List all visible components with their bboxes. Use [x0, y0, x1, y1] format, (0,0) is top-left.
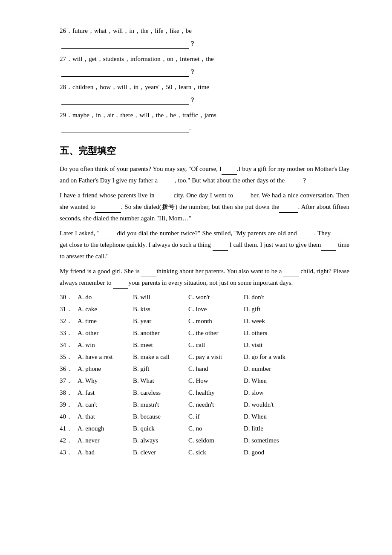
- mc-31-d[interactable]: D. gift: [244, 304, 299, 314]
- mc-30-a[interactable]: A. do: [78, 292, 133, 302]
- mc-30-c[interactable]: C. won't: [188, 292, 244, 302]
- question-29-blank: .: [60, 123, 349, 133]
- mc-43-c[interactable]: C. sick: [188, 447, 244, 457]
- mc-34-d[interactable]: D. visit: [244, 340, 299, 350]
- mc-30-b[interactable]: B. will: [133, 292, 188, 302]
- mc-32-d[interactable]: D. week: [244, 316, 299, 326]
- blank-38[interactable]: [299, 239, 314, 239]
- mc-39-num: 39．: [60, 399, 78, 410]
- mc-38-c[interactable]: C. healthy: [188, 387, 244, 398]
- q29-blank[interactable]: [61, 133, 189, 133]
- mc-40-b[interactable]: B. because: [133, 411, 188, 422]
- mc-33-a[interactable]: A. other: [78, 328, 133, 338]
- question-28: 28．children，how，will，in，years'，50，learn，…: [60, 82, 349, 92]
- mc-37-a[interactable]: A. Why: [78, 376, 133, 386]
- mc-31-a[interactable]: A. cake: [78, 304, 133, 314]
- mc-43-b[interactable]: B. clever: [133, 447, 188, 457]
- p2-text1: I have a friend whose parents live in: [60, 192, 156, 199]
- q27-punct: ？: [189, 66, 196, 77]
- mc-37-b[interactable]: B. What: [133, 376, 188, 386]
- blank-36[interactable]: [279, 212, 298, 213]
- mc-39-a[interactable]: A. can't: [78, 399, 133, 410]
- mc-41-d[interactable]: D. little: [244, 423, 299, 434]
- blank-30[interactable]: [222, 174, 237, 175]
- mc-34-a[interactable]: A. win: [78, 340, 133, 350]
- blank-41[interactable]: [321, 250, 336, 251]
- mc-38-a[interactable]: A. fast: [78, 387, 133, 398]
- mc-41-b[interactable]: B. quick: [133, 423, 188, 434]
- p1-text3: , too." But what about the other days of…: [175, 177, 286, 184]
- blank-35[interactable]: [95, 212, 121, 213]
- mc-32-c[interactable]: C. month: [188, 316, 244, 326]
- mc-39-b[interactable]: B. mustn't: [133, 399, 188, 410]
- question-26: 26．future，what，will，in，the，life，like，be: [60, 26, 349, 36]
- blank-33[interactable]: [156, 201, 172, 201]
- mc-row-35: 35． A. have a rest B. make a call C. pay…: [60, 352, 349, 362]
- mc-34-c[interactable]: C. call: [188, 340, 244, 350]
- q28-punct: ？: [189, 95, 196, 105]
- mc-38-d[interactable]: D. slow: [244, 387, 299, 398]
- reorder-section: 26．future，what，will，in，the，life，like，be …: [60, 26, 349, 133]
- mc-34-num: 34．: [60, 340, 78, 350]
- mc-32-a[interactable]: A. time: [78, 316, 133, 326]
- p3-text2: did you dial the number twice?" She smil…: [115, 230, 299, 237]
- mc-39-c[interactable]: C. needn't: [188, 399, 244, 410]
- blank-42[interactable]: [141, 277, 156, 277]
- mc-36-b[interactable]: B. gift: [133, 364, 188, 374]
- mc-34-b[interactable]: B. meet: [133, 340, 188, 350]
- q28-blank[interactable]: [61, 104, 189, 105]
- mc-43-a[interactable]: A. bad: [78, 447, 133, 457]
- mc-38-b[interactable]: B. careless: [133, 387, 188, 398]
- mc-33-b[interactable]: B. another: [133, 328, 188, 338]
- mc-40-c[interactable]: C. if: [188, 411, 244, 422]
- mc-35-a[interactable]: A. have a rest: [78, 352, 133, 362]
- mc-33-c[interactable]: C. the other: [188, 328, 244, 338]
- mc-31-b[interactable]: B. kiss: [133, 304, 188, 314]
- p4-text2: thinking about her parents. You also wan…: [156, 268, 283, 275]
- mc-41-a[interactable]: A. enough: [78, 423, 133, 434]
- p3-text1: Later I asked, ": [60, 230, 100, 237]
- q29-punct: .: [189, 123, 191, 133]
- question-26-blank: ？: [60, 38, 349, 49]
- mc-40-a[interactable]: A. that: [78, 411, 133, 422]
- mc-36-c[interactable]: C. hand: [188, 364, 244, 374]
- mc-36-a[interactable]: A. phone: [78, 364, 133, 374]
- blank-34[interactable]: [233, 201, 248, 201]
- mc-43-d[interactable]: D. good: [244, 447, 299, 457]
- blank-44[interactable]: [113, 288, 128, 289]
- mc-39-d[interactable]: D. wouldn't: [244, 399, 299, 410]
- mc-32-b[interactable]: B. year: [133, 316, 188, 326]
- mc-row-43: 43． A. bad B. clever C. sick D. good: [60, 447, 349, 457]
- q26-blank[interactable]: [61, 48, 189, 49]
- mc-32-num: 32．: [60, 316, 78, 326]
- mc-31-c[interactable]: C. love: [188, 304, 244, 314]
- mc-35-c[interactable]: C. pay a visit: [188, 352, 244, 362]
- mc-33-d[interactable]: D. others: [244, 328, 299, 338]
- mc-36-d[interactable]: D. number: [244, 364, 299, 374]
- blank-40[interactable]: [213, 250, 228, 251]
- p4-text4: your parents in every situation, not jus…: [128, 279, 293, 286]
- mc-42-a[interactable]: A. never: [78, 435, 133, 445]
- question-29: 29．maybe，in，air，there，will，the，be，traffi…: [60, 110, 349, 120]
- blank-32[interactable]: [286, 186, 302, 186]
- q27-blank[interactable]: [61, 76, 189, 77]
- blank-31[interactable]: [159, 186, 175, 186]
- mc-35-b[interactable]: B. make a call: [133, 352, 188, 362]
- mc-42-c[interactable]: C. seldom: [188, 435, 244, 445]
- mc-40-d[interactable]: D. When: [244, 411, 299, 422]
- mc-41-num: 41．: [60, 423, 78, 434]
- blank-43[interactable]: [283, 277, 299, 277]
- mc-42-b[interactable]: B. always: [133, 435, 188, 445]
- mc-row-36: 36． A. phone B. gift C. hand D. number: [60, 364, 349, 374]
- mc-41-c[interactable]: C. no: [188, 423, 244, 434]
- blank-39[interactable]: [331, 239, 349, 239]
- mc-37-c[interactable]: C. How: [188, 376, 244, 386]
- mc-37-d[interactable]: D. When: [244, 376, 299, 386]
- blank-37[interactable]: [100, 239, 115, 239]
- mc-30-d[interactable]: D. don't: [244, 292, 299, 302]
- mc-row-42: 42． A. never B. always C. seldom D. some…: [60, 435, 349, 445]
- mc-31-num: 31．: [60, 304, 78, 314]
- mc-35-d[interactable]: D. go for a walk: [244, 352, 299, 362]
- mc-row-33: 33． A. other B. another C. the other D. …: [60, 328, 349, 338]
- mc-42-d[interactable]: D. sometimes: [244, 435, 299, 445]
